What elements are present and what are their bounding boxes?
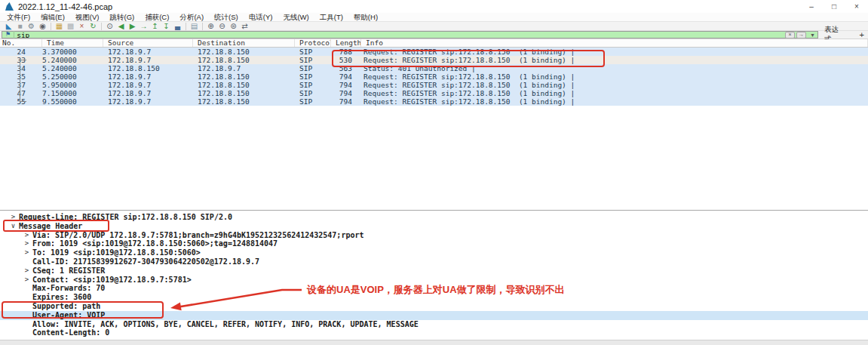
zoom-in-icon[interactable]: ⊕ — [205, 22, 216, 31]
capture-filter-icon[interactable]: ◉ — [37, 22, 48, 31]
cell-source: 172.18.9.7 — [103, 89, 193, 97]
cell-destination: 172.18.8.150 — [193, 56, 295, 64]
window-controls: – □ × — [800, 0, 868, 13]
expand-icon[interactable]: > — [21, 276, 32, 285]
detail-line[interactable]: Content-Length: 0 — [0, 328, 868, 337]
detail-text: Allow: INVITE, ACK, OPTIONS, BYE, CANCEL… — [32, 320, 419, 329]
column-header-destination[interactable]: Destination — [193, 39, 295, 47]
maximize-button[interactable]: □ — [823, 0, 845, 13]
cell-protocol: SIP — [295, 56, 331, 64]
filter-history-dropdown-icon[interactable]: ▼ — [808, 32, 817, 38]
detail-line[interactable]: ∨Message Header — [0, 222, 868, 231]
detail-line[interactable]: >Request-Line: REGISTER sip:172.18.8.150… — [0, 213, 868, 222]
menu-item-go[interactable]: 跳转(G) — [104, 13, 140, 21]
cell-time: 5.240000 — [42, 64, 103, 72]
expand-icon[interactable]: > — [21, 231, 32, 240]
zoom-out-icon[interactable]: ⊖ — [216, 22, 228, 31]
expand-icon[interactable]: > — [21, 248, 32, 257]
detail-line[interactable]: >Via: SIP/2.0/UDP 172.18.9.7:5781;branch… — [0, 231, 868, 240]
detail-text: Max-Forwards: 70 — [32, 284, 105, 293]
cell-destination: 172.18.8.150 — [193, 48, 295, 56]
expression-button[interactable]: 表达式… — [818, 31, 856, 39]
packet-row-34[interactable]: 345.240000172.18.8.150172.18.9.7SIP563St… — [0, 64, 868, 72]
menu-item-file[interactable]: 文件(F) — [2, 13, 35, 21]
cell-length: 530 — [331, 56, 361, 64]
go-to-bottom-icon[interactable]: ↧ — [161, 22, 172, 31]
detail-line[interactable]: Allow: INVITE, ACK, OPTIONS, BYE, CANCEL… — [0, 320, 868, 329]
cell-source: 172.18.9.7 — [103, 81, 193, 89]
column-header-no[interactable]: No. — [0, 39, 42, 47]
open-file-icon[interactable]: ▦ — [54, 22, 65, 31]
column-header-length[interactable]: Length — [331, 39, 361, 47]
go-back-icon[interactable]: ◀ — [115, 22, 127, 31]
detail-line[interactable]: >To: 1019 <sip:1019@172.18.8.150:5060> — [0, 248, 868, 257]
expand-icon[interactable]: > — [8, 213, 19, 222]
packet-list-body: 243.370000172.18.9.7172.18.8.150SIP788Re… — [0, 48, 868, 106]
cell-length: 794 — [331, 72, 361, 81]
apply-filter-icon[interactable]: → — [796, 32, 806, 39]
minimize-button[interactable]: – — [800, 0, 823, 13]
detail-line[interactable]: User-Agent: VOIP — [0, 311, 868, 320]
detail-line[interactable]: Supported: path — [0, 302, 868, 311]
cell-length: 794 — [331, 97, 361, 106]
packet-row-37[interactable]: 375.950000172.18.9.7172.18.8.150SIP794Re… — [0, 81, 868, 89]
menu-item-capture[interactable]: 捕获(C) — [140, 13, 174, 21]
go-forward-icon[interactable]: ▶ — [127, 22, 138, 31]
cell-info: Request: REGISTER sip:172.18.8.150 (1 bi… — [361, 56, 868, 64]
close-button[interactable]: × — [845, 0, 868, 13]
cell-info: Status: 401 Unauthorized | — [361, 64, 868, 72]
packet-row-55[interactable]: 559.550000172.18.9.7172.18.8.150SIP794Re… — [0, 97, 868, 106]
filter-input[interactable] — [14, 32, 785, 38]
capture-options-icon[interactable]: ⚙ — [26, 22, 37, 31]
stop-capture-icon[interactable]: ■ — [14, 22, 26, 31]
packet-row-24[interactable]: 243.370000172.18.9.7172.18.8.150SIP788Re… — [0, 48, 868, 56]
detail-line[interactable]: Max-Forwards: 70 — [0, 284, 868, 293]
find-packet-icon[interactable]: ⊙ — [104, 22, 115, 31]
zoom-reset-icon[interactable]: ⊜ — [228, 22, 239, 31]
menu-item-statistics[interactable]: 统计(S) — [209, 13, 244, 21]
bookmark-icon[interactable]: ⚑ — [2, 31, 14, 39]
reload-file-icon[interactable]: ↻ — [87, 22, 99, 31]
add-filter-button[interactable]: + — [856, 31, 868, 39]
start-capture-icon[interactable]: ◣ — [3, 22, 14, 31]
detail-line[interactable]: >CSeq: 1 REGISTER — [0, 266, 868, 276]
detail-line[interactable]: >Contact: <sip:1019@172.18.9.7:5781> — [0, 276, 868, 285]
column-header-source[interactable]: Source — [103, 39, 193, 47]
detail-line[interactable]: >From: 1019 <sip:1019@172.18.8.150:5060>… — [0, 239, 868, 248]
go-to-packet-icon[interactable]: → — [138, 22, 149, 31]
cell-no: 24 — [0, 48, 42, 56]
column-header-info[interactable]: Info — [361, 39, 868, 47]
packet-row-35[interactable]: 355.250000172.18.9.7172.18.8.150SIP794Re… — [0, 72, 868, 81]
menu-item-analyze[interactable]: 分析(A) — [174, 13, 209, 21]
cell-source: 172.18.8.150 — [103, 64, 193, 72]
menu-item-tools[interactable]: 工具(T) — [314, 13, 348, 21]
detail-line[interactable]: Call-ID: 21715839912627-304793064220502@… — [0, 257, 868, 266]
window-title: 2022.1.12_11-42-46.pcap — [18, 2, 112, 11]
expand-icon[interactable]: > — [21, 266, 32, 276]
packet-row-33[interactable]: 335.240000172.18.9.7172.18.8.150SIP530Re… — [0, 56, 868, 64]
close-file-icon[interactable]: × — [76, 22, 87, 31]
packet-details-pane: >Request-Line: REGISTER sip:172.18.8.150… — [0, 210, 868, 340]
menu-item-telephony[interactable]: 电话(Y) — [244, 13, 278, 21]
save-file-icon[interactable]: ▩ — [65, 22, 76, 31]
column-header-time[interactable]: Time — [42, 39, 103, 47]
resize-columns-icon[interactable]: ⇄ — [239, 22, 250, 31]
expand-icon[interactable]: > — [21, 239, 32, 248]
collapse-icon[interactable]: ∨ — [8, 222, 19, 231]
menu-item-view[interactable]: 视图(V) — [70, 13, 105, 21]
cell-info: Request: REGISTER sip:172.18.8.150 (1 bi… — [361, 81, 868, 89]
detail-line[interactable]: Expires: 3600 — [0, 293, 868, 302]
colorize-icon[interactable]: ▤ — [189, 22, 200, 31]
clear-filter-icon[interactable]: × — [785, 32, 795, 39]
column-header-protocol[interactable]: Protocol — [295, 39, 331, 47]
expander-spacer — [21, 257, 32, 266]
title-bar: 2022.1.12_11-42-46.pcap – □ × — [0, 0, 868, 13]
menu-item-help[interactable]: 帮助(H) — [348, 13, 383, 21]
menu-item-wireless[interactable]: 无线(W) — [278, 13, 314, 21]
toolbar-separator — [202, 23, 203, 30]
auto-scroll-icon[interactable]: ▄ — [172, 22, 183, 31]
menu-item-edit[interactable]: 编辑(E) — [35, 13, 70, 21]
packet-row-47[interactable]: 477.150000172.18.9.7172.18.8.150SIP794Re… — [0, 89, 868, 97]
conversation-bracket — [20, 60, 26, 102]
go-to-top-icon[interactable]: ↥ — [149, 22, 161, 31]
